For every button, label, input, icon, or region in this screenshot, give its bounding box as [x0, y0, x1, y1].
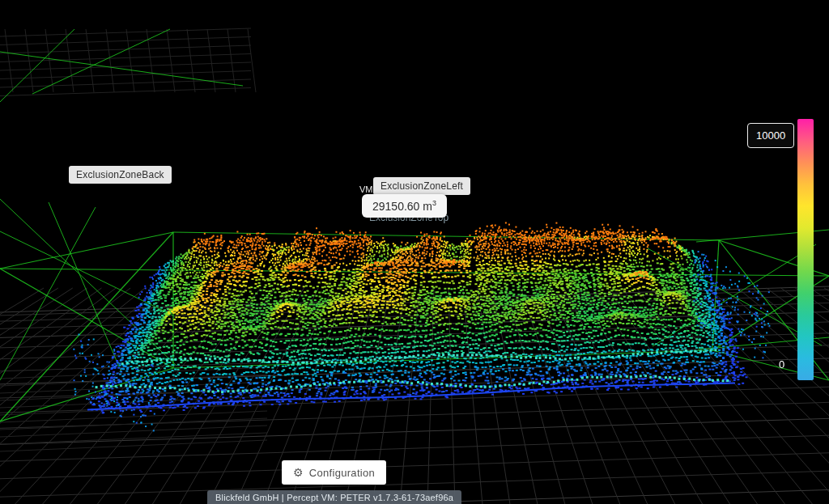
- pointcloud-viewport[interactable]: [0, 0, 829, 504]
- label-exclusion-zone-left: ExclusionZoneLeft: [373, 177, 470, 195]
- configuration-label: Configuration: [309, 467, 375, 479]
- configuration-button[interactable]: ⚙ Configuration: [282, 460, 386, 485]
- percept-viewer: ExclusionZoneBack ExclusionZoneLeft VM E…: [0, 0, 829, 504]
- colorbar-gradient: [797, 119, 814, 380]
- gear-icon: ⚙: [293, 467, 304, 478]
- volume-value: 29150.60 m: [372, 200, 432, 213]
- status-text: Blickfeld GmbH | Percept VM: PETER v1.7.…: [215, 493, 453, 502]
- status-bar: Blickfeld GmbH | Percept VM: PETER v1.7.…: [207, 490, 461, 504]
- volume-unit-exponent: 3: [432, 199, 436, 207]
- colorbar-max-label: 10000: [747, 123, 794, 148]
- volume-measurement-chip: 29150.60 m3: [362, 194, 447, 218]
- label-exclusion-zone-back: ExclusionZoneBack: [69, 166, 172, 184]
- colorbar-min-label: 0: [779, 358, 784, 371]
- tooltip-title: VM: [359, 184, 373, 194]
